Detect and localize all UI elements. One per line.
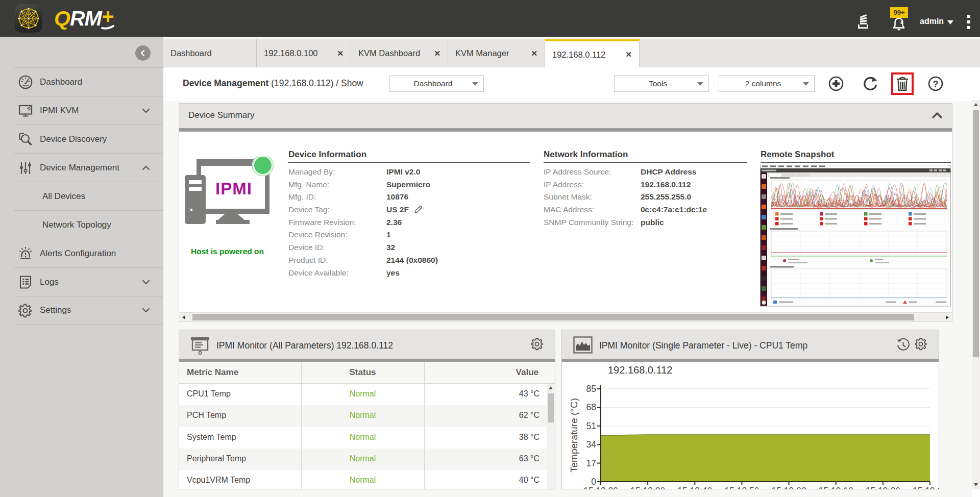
page-vertical-scrollbar[interactable] — [972, 100, 980, 489]
help-button[interactable]: ? — [927, 75, 944, 92]
edit-pencil-icon[interactable] — [414, 205, 423, 214]
panel-header: IPMI Monitor (All Parameters) 192.168.0.… — [179, 330, 555, 362]
history-clock-icon[interactable] — [896, 338, 910, 352]
scroll-right-icon[interactable] — [946, 315, 949, 319]
info-value: US 2F — [386, 205, 409, 214]
table-vertical-scrollbar[interactable] — [547, 384, 555, 489]
summary-horizontal-scrollbar[interactable] — [179, 312, 952, 321]
host-power-status: Host is powered on — [191, 247, 264, 256]
widget-settings-gear-icon[interactable] — [914, 337, 927, 351]
cell-status: Normal — [301, 433, 424, 442]
column-divider — [301, 362, 302, 489]
table-row[interactable]: Vcpu1VRM Temp Normal 40 °C — [179, 470, 555, 489]
info-label: Mfg. ID: — [288, 192, 316, 202]
tab-kvm-dashboard[interactable]: KVM Dashboard ✕ — [351, 39, 448, 67]
bell-icon — [891, 17, 907, 32]
table-row[interactable]: PCH Temp Normal 62 °C — [179, 405, 555, 427]
cell-status: Normal — [301, 476, 424, 485]
sidebar-item-label: Device Management — [40, 163, 119, 173]
qrm-logo-icon[interactable] — [15, 4, 42, 33]
scroll-up-icon[interactable] — [974, 103, 978, 106]
scroll-down-icon[interactable] — [974, 483, 978, 486]
sidebar-item-settings[interactable]: Settings — [14, 296, 163, 325]
info-row: Mfg. ID: 10876 — [288, 191, 530, 204]
sidebar-collapse-button[interactable] — [135, 45, 151, 61]
tab-bar: Dashboard 192.168.0.100 ✕ KVM Dashboard … — [163, 37, 980, 67]
presentation-icon — [190, 336, 210, 355]
notification-badge: 99+ — [890, 7, 908, 18]
device-information-heading: Device Information — [288, 150, 366, 160]
user-menu[interactable]: admin — [920, 17, 944, 26]
collapse-chevron-up-icon[interactable] — [932, 112, 943, 119]
sidebar-item-label: IPMI KVM — [40, 106, 79, 116]
info-row: MAC Address: 0c:c4:7a:c1:dc:1e — [544, 204, 747, 216]
info-label: IP Address: — [544, 180, 584, 189]
info-label: Subnet Mask: — [544, 192, 592, 202]
sidebar-item-ipmi-kvm[interactable]: IPMI KVM — [14, 96, 163, 125]
sidebar-item-logs[interactable]: Logs — [14, 267, 163, 296]
scrollbar-thumb[interactable] — [973, 110, 979, 357]
tab-close-icon[interactable]: ✕ — [526, 49, 537, 58]
svg-text:15:19:10: 15:19:10 — [819, 486, 853, 489]
tab-close-icon[interactable]: ✕ — [429, 49, 440, 58]
info-row: Device Tag: US 2F — [288, 204, 530, 216]
svg-text:IPMI: IPMI — [215, 179, 252, 198]
tools-dropdown[interactable]: Tools — [614, 75, 709, 92]
scroll-left-icon[interactable] — [182, 315, 185, 319]
show-dropdown[interactable]: Dashboard — [389, 75, 484, 92]
chevron-down-icon — [142, 108, 150, 113]
widget-settings-gear-icon[interactable] — [530, 337, 544, 351]
scrollbar-thumb[interactable] — [192, 314, 914, 320]
tab-192-168-0-112[interactable]: 192.168.0.112 ✕ — [545, 39, 640, 68]
kebab-menu-icon[interactable] — [967, 15, 970, 32]
notifications-button[interactable]: 99+ — [887, 6, 912, 32]
alert-siren-icon — [18, 246, 33, 261]
sidebar-item-dashboard[interactable]: Dashboard — [14, 67, 163, 96]
device-summary-header[interactable]: Device Summary — [179, 104, 952, 132]
ipmi-monitor-chart-panel: IPMI Monitor (Single Parameter - Live) -… — [561, 330, 939, 489]
tab-192-168-0-100[interactable]: 192.168.0.100 ✕ — [257, 39, 351, 67]
tab-label: KVM Dashboard — [358, 48, 420, 58]
sidebar-item-device-management[interactable]: Device Management — [14, 153, 163, 182]
panel-title: IPMI Monitor (All Parameters) 192.168.0.… — [216, 340, 393, 351]
wireframe-globe-icon — [15, 4, 42, 33]
info-value: 2.36 — [386, 218, 402, 227]
table-row[interactable]: Peripheral Temp Normal 63 °C — [179, 449, 555, 470]
info-value: 1 — [386, 230, 391, 239]
panel-header: IPMI Monitor (Single Parameter - Live) -… — [562, 330, 939, 362]
sidebar-item-alerts-configuration[interactable]: Alerts Configuration — [14, 239, 163, 267]
svg-text:15:18:30: 15:18:30 — [630, 486, 665, 489]
refresh-button[interactable] — [862, 75, 879, 92]
delete-button[interactable] — [895, 76, 910, 91]
columns-dropdown[interactable]: 2 columns — [719, 75, 815, 92]
page-title-rest: (192.168.0.112) / Show — [268, 78, 363, 88]
cell-metric-name: PCH Temp — [187, 411, 226, 420]
remote-snapshot-image[interactable] — [760, 165, 951, 307]
svg-text:15:18:50: 15:18:50 — [724, 486, 759, 489]
tab-dashboard[interactable]: Dashboard — [163, 39, 257, 67]
table-row[interactable]: System Temp Normal 38 °C — [179, 427, 555, 449]
info-label: IP Address Source: — [544, 167, 611, 177]
table-row[interactable]: CPU1 Temp Normal 43 °C — [179, 384, 555, 405]
scroll-up-icon[interactable] — [549, 386, 553, 389]
chevron-up-icon — [142, 165, 150, 170]
sidebar-item-device-discovery[interactable]: Device Discovery — [14, 125, 163, 153]
tab-close-icon[interactable]: ✕ — [620, 50, 632, 59]
live-chart-body: 192.168.0.112 0173451688515:18:2015:18:3… — [562, 362, 939, 489]
top-header: QRM+ 99+ admin — [0, 0, 980, 37]
svg-text:0: 0 — [591, 477, 596, 487]
user-caret-icon[interactable] — [947, 20, 953, 24]
cell-status: Normal — [301, 411, 424, 420]
svg-text:85: 85 — [586, 384, 596, 394]
sidebar-item-all-devices[interactable]: All Devices — [14, 182, 163, 210]
scrollbar-thumb[interactable] — [548, 393, 554, 423]
sidebar-item-network-topology[interactable]: Network Topology — [14, 210, 163, 239]
tab-close-icon[interactable]: ✕ — [332, 49, 344, 58]
tab-kvm-manager[interactable]: KVM Manager ✕ — [448, 39, 545, 67]
sidebar-item-label: Alerts Configuration — [40, 248, 116, 259]
stack-icon[interactable] — [856, 13, 870, 30]
info-row: IP Address Source: DHCP Address — [544, 166, 747, 179]
info-row: Device ID: 32 — [288, 241, 530, 254]
info-row: Mfg. Name: Supermicro — [288, 179, 530, 191]
add-widget-button[interactable] — [827, 75, 845, 92]
